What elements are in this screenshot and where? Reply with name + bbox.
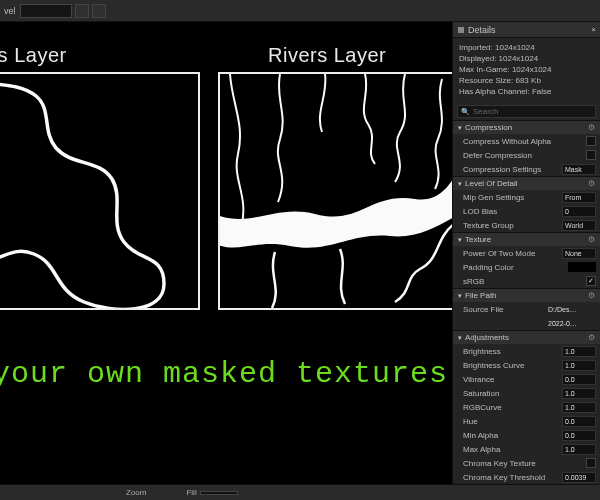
property-name: sRGB	[463, 277, 586, 286]
details-icon	[457, 26, 465, 34]
property-row: Min Alpha0.0	[453, 428, 600, 442]
property-name: Padding Color	[463, 263, 568, 272]
toolbar-button-2[interactable]	[92, 4, 106, 18]
section-header-compression[interactable]: ▾Compression⚙	[453, 120, 600, 134]
property-row: Saturation1.0	[453, 386, 600, 400]
property-value[interactable]: 0.0	[562, 416, 596, 427]
property-row: Defer Compression	[453, 148, 600, 162]
property-text: D:/Des…	[546, 304, 596, 315]
property-value[interactable]: 1.0	[562, 360, 596, 371]
property-name: Chroma Key Texture	[463, 459, 586, 468]
layer2-title: Rivers Layer	[268, 44, 386, 67]
expand-icon: ▾	[458, 292, 462, 300]
close-icon[interactable]: ×	[591, 25, 596, 34]
svg-rect-0	[458, 27, 464, 33]
property-row: 2022-0…	[453, 316, 600, 330]
property-row: Brightness1.0	[453, 344, 600, 358]
property-name: Brightness Curve	[463, 361, 562, 370]
property-name: Compress Without Alpha	[463, 137, 586, 146]
property-row: Hue0.0	[453, 414, 600, 428]
gear-icon[interactable]: ⚙	[588, 179, 595, 188]
section-title: Texture	[465, 235, 491, 244]
texture-viewport[interactable]: ds Layer Rivers Layer your own masked te…	[0, 22, 452, 484]
property-name: Saturation	[463, 389, 562, 398]
property-name: LOD Bias	[463, 207, 562, 216]
level-dropdown[interactable]	[20, 4, 72, 18]
checkbox[interactable]	[586, 458, 596, 468]
color-swatch[interactable]	[568, 262, 596, 272]
property-row: Texture GroupWorld	[453, 218, 600, 232]
zoom-label: Zoom	[126, 488, 146, 497]
gear-icon[interactable]: ⚙	[588, 123, 595, 132]
status-bar: Zoom Fill	[0, 484, 600, 500]
section-title: Compression	[465, 123, 512, 132]
property-value[interactable]: Mask	[562, 164, 596, 175]
property-name: Defer Compression	[463, 151, 586, 160]
property-value[interactable]: 1.0	[562, 402, 596, 413]
property-name: Source File	[463, 305, 546, 314]
property-value[interactable]: World	[562, 220, 596, 231]
checkbox[interactable]	[586, 276, 596, 286]
property-row: Mip Gen SettingsFrom	[453, 190, 600, 204]
property-value[interactable]: 1.0	[562, 346, 596, 357]
expand-icon: ▾	[458, 180, 462, 188]
section-header-texture[interactable]: ▾Texture⚙	[453, 232, 600, 246]
property-value[interactable]: None	[562, 248, 596, 259]
property-row: Compress Without Alpha	[453, 134, 600, 148]
property-row: Brightness Curve1.0	[453, 358, 600, 372]
fill-slider[interactable]	[200, 491, 238, 495]
property-value[interactable]: 0.0	[562, 430, 596, 441]
property-name: Chroma Key Threshold	[463, 473, 562, 482]
gear-icon[interactable]: ⚙	[588, 291, 595, 300]
property-row: LOD Bias0	[453, 204, 600, 218]
checkbox[interactable]	[586, 150, 596, 160]
section-header-lod[interactable]: ▾Level Of Detail⚙	[453, 176, 600, 190]
section-title: Level Of Detail	[465, 179, 517, 188]
expand-icon: ▾	[458, 124, 462, 132]
property-row: Chroma Key Texture	[453, 456, 600, 470]
property-name: Mip Gen Settings	[463, 193, 562, 202]
section-title: Adjustments	[465, 333, 509, 342]
details-panel: Details × Imported: 1024x1024 Displayed:…	[452, 22, 600, 484]
expand-icon: ▾	[458, 236, 462, 244]
toolbar-label: vel	[4, 6, 16, 16]
section-header-adjust[interactable]: ▾Adjustments⚙	[453, 330, 600, 344]
property-value[interactable]: From	[562, 192, 596, 203]
property-row: Source FileD:/Des…	[453, 302, 600, 316]
property-row: Power Of Two ModeNone	[453, 246, 600, 260]
property-row: sRGB	[453, 274, 600, 288]
details-title: Details	[468, 25, 496, 35]
toolbar-button-1[interactable]	[75, 4, 89, 18]
property-value[interactable]: 1.0	[562, 444, 596, 455]
property-text: 2022-0…	[546, 318, 596, 329]
layer2-texture	[218, 72, 452, 310]
property-name: Brightness	[463, 347, 562, 356]
property-name: Compression Settings	[463, 165, 562, 174]
property-row: Chroma Key Threshold0.0039	[453, 470, 600, 484]
property-name: RGBCurve	[463, 403, 562, 412]
property-row: Compression SettingsMask	[453, 162, 600, 176]
property-row: Padding Color	[453, 260, 600, 274]
property-value[interactable]: 0.0039	[562, 472, 596, 483]
property-name: Vibrance	[463, 375, 562, 384]
property-name: Power Of Two Mode	[463, 249, 562, 258]
section-header-filepath[interactable]: ▾File Path⚙	[453, 288, 600, 302]
property-name: Hue	[463, 417, 562, 426]
search-icon: 🔍	[461, 108, 470, 116]
gear-icon[interactable]: ⚙	[588, 235, 595, 244]
checkbox[interactable]	[586, 136, 596, 146]
property-value[interactable]: 0	[562, 206, 596, 217]
property-row: RGBCurve1.0	[453, 400, 600, 414]
property-value[interactable]: 1.0	[562, 388, 596, 399]
fill-label: Fill	[186, 488, 196, 497]
layer1-title: ds Layer	[0, 44, 67, 67]
layer1-texture	[0, 72, 200, 310]
texture-info: Imported: 1024x1024 Displayed: 1024x1024…	[453, 38, 600, 103]
search-input[interactable]: 🔍 Search	[457, 105, 596, 118]
expand-icon: ▾	[458, 334, 462, 342]
property-name: Max Alpha	[463, 445, 562, 454]
headline-text: your own masked textures	[0, 357, 448, 391]
section-title: File Path	[465, 291, 497, 300]
property-value[interactable]: 0.0	[562, 374, 596, 385]
gear-icon[interactable]: ⚙	[588, 333, 595, 342]
